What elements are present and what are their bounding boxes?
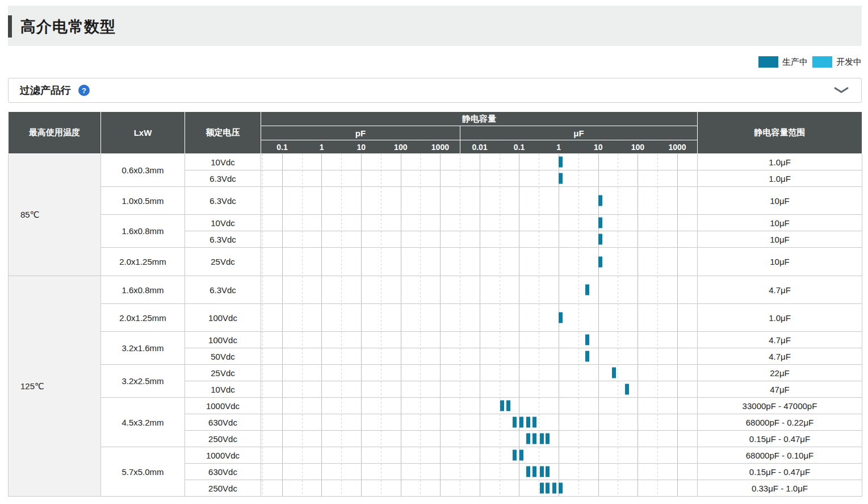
gridline bbox=[638, 170, 638, 186]
gridline bbox=[460, 480, 460, 496]
gridline bbox=[480, 381, 480, 397]
gridline bbox=[500, 431, 500, 447]
gridline bbox=[578, 398, 579, 414]
gridline bbox=[578, 154, 579, 170]
col-header-voltage: 额定电压 bbox=[185, 112, 261, 154]
gridline bbox=[618, 276, 618, 303]
gridline bbox=[578, 332, 579, 348]
gridline bbox=[480, 398, 480, 414]
gridline bbox=[321, 431, 322, 447]
gridline bbox=[598, 365, 599, 381]
table-row: 125℃1.6x0.8mm6.3Vdc4.7μF bbox=[9, 276, 862, 304]
capacitance-marker bbox=[526, 434, 530, 444]
voltage-cell: 100Vdc bbox=[185, 332, 261, 348]
gridline bbox=[657, 276, 658, 303]
gridline bbox=[578, 431, 579, 447]
range-cell: 10μF bbox=[698, 231, 862, 248]
gridline bbox=[598, 431, 599, 447]
gridline bbox=[341, 231, 342, 247]
gridline bbox=[657, 215, 658, 231]
voltage-cell: 6.3Vdc bbox=[185, 170, 261, 187]
voltage-cell: 250Vdc bbox=[185, 480, 261, 497]
gridline bbox=[598, 480, 599, 496]
gridline bbox=[598, 464, 599, 480]
gridline bbox=[381, 398, 381, 414]
chart-cell bbox=[261, 276, 698, 304]
gridline bbox=[480, 170, 480, 186]
gridline bbox=[638, 215, 638, 231]
legend-item-development: 开发中 bbox=[812, 56, 862, 68]
gridline bbox=[420, 414, 421, 430]
gridline bbox=[677, 365, 678, 381]
gridline bbox=[657, 365, 658, 381]
gridline bbox=[618, 231, 618, 247]
help-icon[interactable]: ? bbox=[78, 85, 90, 96]
gridline bbox=[321, 365, 322, 381]
gridline bbox=[460, 414, 460, 430]
gridline bbox=[539, 276, 539, 303]
gridline bbox=[440, 381, 441, 397]
gridline bbox=[302, 170, 303, 186]
gridline bbox=[460, 365, 460, 381]
gridline bbox=[321, 464, 322, 480]
legend: 生产中 开发中 bbox=[758, 56, 862, 68]
capacitance-marker bbox=[546, 434, 550, 444]
capacitance-marker bbox=[532, 434, 536, 444]
gridline bbox=[420, 170, 421, 186]
gridline bbox=[302, 464, 303, 480]
gridline bbox=[440, 414, 441, 430]
gridline bbox=[262, 332, 263, 348]
capacitance-marker bbox=[526, 466, 530, 477]
gridline bbox=[440, 365, 441, 381]
gridline bbox=[381, 304, 381, 331]
voltage-cell: 1000Vdc bbox=[185, 398, 261, 414]
gridline bbox=[401, 187, 401, 214]
gridline bbox=[539, 187, 539, 214]
gridline bbox=[519, 215, 519, 231]
chart-cell bbox=[261, 464, 698, 480]
gridline bbox=[677, 276, 678, 303]
gridline bbox=[262, 398, 263, 414]
gridline bbox=[559, 276, 559, 303]
gridline bbox=[519, 398, 519, 414]
gridline bbox=[321, 231, 322, 247]
gridline bbox=[302, 398, 303, 414]
gridline bbox=[401, 464, 401, 480]
gridline bbox=[638, 276, 638, 303]
gridline bbox=[321, 170, 322, 186]
gridline bbox=[539, 332, 539, 348]
page-title: 高介电常数型 bbox=[20, 16, 116, 37]
gridline bbox=[657, 480, 658, 496]
legend-label: 开发中 bbox=[836, 57, 862, 68]
gridline bbox=[539, 170, 539, 186]
capacitance-marker bbox=[585, 351, 589, 362]
gridline bbox=[361, 348, 362, 364]
gridline bbox=[321, 480, 322, 496]
gridline bbox=[440, 431, 441, 447]
gridline bbox=[598, 304, 599, 331]
gridline bbox=[420, 464, 421, 480]
capacitance-marker bbox=[500, 401, 504, 411]
gridline bbox=[302, 215, 303, 231]
gridline bbox=[460, 187, 460, 214]
gridline bbox=[401, 276, 401, 303]
gridline bbox=[480, 276, 480, 303]
gridline bbox=[657, 304, 658, 331]
gridline bbox=[262, 154, 263, 170]
chevron-down-icon[interactable] bbox=[834, 87, 849, 94]
gridline bbox=[302, 231, 303, 247]
gridline bbox=[460, 248, 460, 276]
range-cell: 0.33μF - 1.0μF bbox=[698, 480, 862, 497]
gridline bbox=[321, 348, 322, 364]
gridline bbox=[321, 447, 322, 463]
gridline bbox=[559, 348, 559, 364]
gridline bbox=[440, 231, 441, 247]
capacitance-marker bbox=[546, 483, 550, 494]
axis-tick-label: 0.1 bbox=[276, 143, 287, 152]
gridline bbox=[361, 381, 362, 397]
gridline bbox=[361, 276, 362, 303]
table-row: 1.6x0.8mm10Vdc10μF bbox=[9, 215, 862, 231]
gridline bbox=[341, 431, 342, 447]
gridline bbox=[282, 332, 283, 348]
voltage-cell: 630Vdc bbox=[185, 464, 261, 480]
